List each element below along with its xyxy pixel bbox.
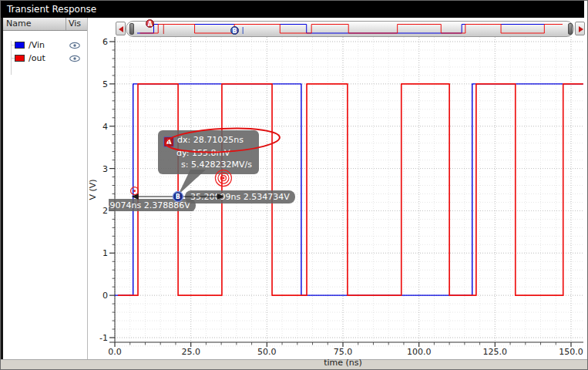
- tooltip-dx: dx: 28.71025ns: [177, 135, 244, 145]
- y-tick-label: 2: [102, 206, 108, 216]
- out-trace[interactable]: [118, 84, 583, 295]
- y-tick-label: 1: [102, 248, 108, 258]
- y-tick-label: -1: [99, 333, 108, 343]
- marker-a-readout[interactable]: 6.49074ns 2.378886V: [109, 199, 196, 211]
- tooltip-slope: s: 5.428232MV/s: [181, 159, 252, 170]
- y-tick-label: 6: [102, 37, 108, 47]
- x-tick-label: 150.0: [559, 347, 583, 357]
- y-tick-label: 4: [102, 122, 108, 132]
- y-axis-title: V (V): [88, 179, 98, 200]
- x-tick-label: 125.0: [483, 347, 508, 357]
- marker-a-chip: A: [163, 136, 174, 147]
- x-tick-label: 100.0: [407, 347, 432, 357]
- y-tick-label: 5: [102, 79, 108, 89]
- marker-b-readout[interactable]: 35.20099ns 2.534734V: [185, 190, 295, 204]
- vin-trace[interactable]: [115, 84, 583, 295]
- y-tick-label: 0: [102, 291, 108, 301]
- x-axis-title: time (ns): [324, 358, 362, 368]
- x-tick-label: 25.0: [181, 347, 200, 357]
- delta-measurement-tooltip[interactable]: Adx: 28.71025ns dy: 155.8mV s: 5.428232M…: [158, 130, 259, 174]
- plot-area[interactable]: -101234560.025.050.075.0100.0125.0150.0t…: [89, 18, 588, 359]
- x-tick-label: 0.0: [108, 347, 122, 357]
- waveform-window: Transient Response Name Vis /Vin /out: [0, 0, 588, 370]
- x-tick-label: 50.0: [257, 347, 277, 357]
- tooltip-dy: dy: 155.8mV: [176, 147, 252, 159]
- waveform-canvas[interactable]: -101234560.025.050.075.0100.0125.0150.0t…: [1, 1, 588, 370]
- x-tick-label: 75.0: [334, 347, 353, 357]
- y-tick-label: 3: [102, 164, 108, 174]
